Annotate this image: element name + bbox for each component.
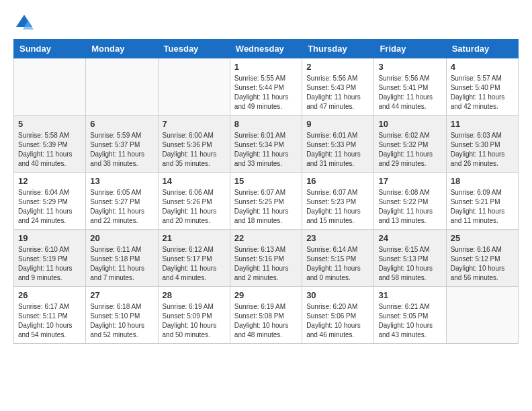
weekday-header-friday: Friday bbox=[374, 40, 446, 58]
page-header bbox=[13, 13, 519, 32]
calendar-day: 23Sunrise: 6:14 AM Sunset: 5:15 PM Dayli… bbox=[302, 230, 374, 287]
day-number: 26 bbox=[18, 290, 81, 300]
calendar-day: 5Sunrise: 5:58 AM Sunset: 5:39 PM Daylig… bbox=[14, 116, 86, 173]
day-number: 27 bbox=[90, 290, 153, 300]
day-number: 17 bbox=[378, 176, 441, 186]
calendar-day: 12Sunrise: 6:04 AM Sunset: 5:29 PM Dayli… bbox=[14, 173, 86, 230]
calendar-day: 29Sunrise: 6:19 AM Sunset: 5:08 PM Dayli… bbox=[230, 287, 302, 344]
calendar-day: 20Sunrise: 6:11 AM Sunset: 5:18 PM Dayli… bbox=[86, 230, 158, 287]
day-number: 2 bbox=[306, 62, 369, 72]
calendar-week-2: 5Sunrise: 5:58 AM Sunset: 5:39 PM Daylig… bbox=[14, 116, 519, 173]
calendar-day: 11Sunrise: 6:03 AM Sunset: 5:30 PM Dayli… bbox=[446, 116, 518, 173]
day-number: 11 bbox=[451, 119, 514, 129]
day-info: Sunrise: 6:12 AM Sunset: 5:17 PM Dayligh… bbox=[163, 245, 226, 283]
day-number: 31 bbox=[378, 290, 441, 300]
logo bbox=[13, 13, 34, 32]
calendar-day: 6Sunrise: 5:59 AM Sunset: 5:37 PM Daylig… bbox=[86, 116, 158, 173]
day-info: Sunrise: 5:56 AM Sunset: 5:41 PM Dayligh… bbox=[378, 74, 441, 111]
calendar-day: 17Sunrise: 6:08 AM Sunset: 5:22 PM Dayli… bbox=[374, 173, 446, 230]
day-number: 16 bbox=[306, 176, 369, 186]
day-number: 13 bbox=[90, 176, 153, 186]
day-info: Sunrise: 6:19 AM Sunset: 5:08 PM Dayligh… bbox=[234, 302, 298, 340]
day-number: 4 bbox=[451, 62, 514, 72]
day-number: 23 bbox=[306, 233, 369, 243]
calendar-day: 10Sunrise: 6:02 AM Sunset: 5:32 PM Dayli… bbox=[374, 116, 446, 173]
calendar-day: 14Sunrise: 6:06 AM Sunset: 5:26 PM Dayli… bbox=[158, 173, 230, 230]
day-number: 12 bbox=[18, 176, 81, 186]
day-info: Sunrise: 6:17 AM Sunset: 5:11 PM Dayligh… bbox=[18, 302, 81, 340]
calendar-day: 9Sunrise: 6:01 AM Sunset: 5:33 PM Daylig… bbox=[302, 116, 374, 173]
day-number: 6 bbox=[90, 119, 153, 129]
day-number: 18 bbox=[451, 176, 514, 186]
day-number: 5 bbox=[18, 119, 81, 129]
calendar-day bbox=[86, 58, 158, 116]
calendar-week-1: 1Sunrise: 5:55 AM Sunset: 5:44 PM Daylig… bbox=[14, 58, 519, 116]
day-info: Sunrise: 6:10 AM Sunset: 5:19 PM Dayligh… bbox=[18, 245, 81, 283]
day-number: 30 bbox=[306, 290, 369, 300]
day-number: 1 bbox=[234, 62, 298, 72]
day-info: Sunrise: 6:13 AM Sunset: 5:16 PM Dayligh… bbox=[234, 245, 298, 283]
weekday-header-monday: Monday bbox=[86, 40, 158, 58]
calendar-week-4: 19Sunrise: 6:10 AM Sunset: 5:19 PM Dayli… bbox=[14, 230, 519, 287]
day-info: Sunrise: 6:02 AM Sunset: 5:32 PM Dayligh… bbox=[378, 131, 441, 169]
calendar-day: 30Sunrise: 6:20 AM Sunset: 5:06 PM Dayli… bbox=[302, 287, 374, 344]
calendar-day: 24Sunrise: 6:15 AM Sunset: 5:13 PM Dayli… bbox=[374, 230, 446, 287]
calendar-day: 2Sunrise: 5:56 AM Sunset: 5:43 PM Daylig… bbox=[302, 58, 374, 116]
day-info: Sunrise: 6:08 AM Sunset: 5:22 PM Dayligh… bbox=[378, 188, 441, 226]
day-info: Sunrise: 6:20 AM Sunset: 5:06 PM Dayligh… bbox=[306, 302, 369, 340]
day-info: Sunrise: 6:01 AM Sunset: 5:33 PM Dayligh… bbox=[306, 131, 369, 169]
day-info: Sunrise: 6:21 AM Sunset: 5:05 PM Dayligh… bbox=[378, 302, 441, 340]
calendar-week-3: 12Sunrise: 6:04 AM Sunset: 5:29 PM Dayli… bbox=[14, 173, 519, 230]
calendar-day bbox=[446, 287, 518, 344]
weekday-header-thursday: Thursday bbox=[302, 40, 374, 58]
day-number: 14 bbox=[163, 176, 226, 186]
day-number: 21 bbox=[163, 233, 226, 243]
day-number: 7 bbox=[163, 119, 226, 129]
calendar-day: 15Sunrise: 6:07 AM Sunset: 5:25 PM Dayli… bbox=[230, 173, 302, 230]
day-info: Sunrise: 6:01 AM Sunset: 5:34 PM Dayligh… bbox=[234, 131, 298, 169]
day-info: Sunrise: 6:18 AM Sunset: 5:10 PM Dayligh… bbox=[90, 302, 153, 340]
weekday-header-saturday: Saturday bbox=[446, 40, 518, 58]
day-number: 9 bbox=[306, 119, 369, 129]
day-number: 29 bbox=[234, 290, 298, 300]
calendar-day: 16Sunrise: 6:07 AM Sunset: 5:23 PM Dayli… bbox=[302, 173, 374, 230]
weekday-header-tuesday: Tuesday bbox=[158, 40, 230, 58]
day-info: Sunrise: 6:04 AM Sunset: 5:29 PM Dayligh… bbox=[18, 188, 81, 226]
calendar-day: 19Sunrise: 6:10 AM Sunset: 5:19 PM Dayli… bbox=[14, 230, 86, 287]
day-info: Sunrise: 6:05 AM Sunset: 5:27 PM Dayligh… bbox=[90, 188, 153, 226]
day-info: Sunrise: 5:56 AM Sunset: 5:43 PM Dayligh… bbox=[306, 74, 369, 111]
day-number: 20 bbox=[90, 233, 153, 243]
weekday-header-wednesday: Wednesday bbox=[230, 40, 302, 58]
calendar-day: 27Sunrise: 6:18 AM Sunset: 5:10 PM Dayli… bbox=[86, 287, 158, 344]
calendar-day: 26Sunrise: 6:17 AM Sunset: 5:11 PM Dayli… bbox=[14, 287, 86, 344]
day-info: Sunrise: 6:07 AM Sunset: 5:23 PM Dayligh… bbox=[306, 188, 369, 226]
day-number: 8 bbox=[234, 119, 298, 129]
calendar-day: 13Sunrise: 6:05 AM Sunset: 5:27 PM Dayli… bbox=[86, 173, 158, 230]
calendar-header-row: SundayMondayTuesdayWednesdayThursdayFrid… bbox=[14, 40, 519, 58]
day-info: Sunrise: 5:57 AM Sunset: 5:40 PM Dayligh… bbox=[451, 74, 514, 111]
calendar-day: 4Sunrise: 5:57 AM Sunset: 5:40 PM Daylig… bbox=[446, 58, 518, 116]
day-number: 22 bbox=[234, 233, 298, 243]
day-info: Sunrise: 6:09 AM Sunset: 5:21 PM Dayligh… bbox=[451, 188, 514, 226]
day-number: 15 bbox=[234, 176, 298, 186]
calendar-day: 7Sunrise: 6:00 AM Sunset: 5:36 PM Daylig… bbox=[158, 116, 230, 173]
calendar-day: 25Sunrise: 6:16 AM Sunset: 5:12 PM Dayli… bbox=[446, 230, 518, 287]
day-info: Sunrise: 5:59 AM Sunset: 5:37 PM Dayligh… bbox=[90, 131, 153, 169]
weekday-header-sunday: Sunday bbox=[14, 40, 86, 58]
day-number: 3 bbox=[378, 62, 441, 72]
day-number: 10 bbox=[378, 119, 441, 129]
day-info: Sunrise: 6:11 AM Sunset: 5:18 PM Dayligh… bbox=[90, 245, 153, 283]
calendar-day: 31Sunrise: 6:21 AM Sunset: 5:05 PM Dayli… bbox=[374, 287, 446, 344]
day-info: Sunrise: 6:14 AM Sunset: 5:15 PM Dayligh… bbox=[306, 245, 369, 283]
day-info: Sunrise: 5:58 AM Sunset: 5:39 PM Dayligh… bbox=[18, 131, 81, 169]
logo-icon bbox=[15, 13, 34, 32]
day-info: Sunrise: 6:19 AM Sunset: 5:09 PM Dayligh… bbox=[163, 302, 226, 340]
calendar-day bbox=[14, 58, 86, 116]
calendar-day: 18Sunrise: 6:09 AM Sunset: 5:21 PM Dayli… bbox=[446, 173, 518, 230]
day-number: 19 bbox=[18, 233, 81, 243]
day-info: Sunrise: 6:07 AM Sunset: 5:25 PM Dayligh… bbox=[234, 188, 298, 226]
calendar-day: 28Sunrise: 6:19 AM Sunset: 5:09 PM Dayli… bbox=[158, 287, 230, 344]
day-number: 25 bbox=[451, 233, 514, 243]
day-info: Sunrise: 6:03 AM Sunset: 5:30 PM Dayligh… bbox=[451, 131, 514, 169]
day-number: 24 bbox=[378, 233, 441, 243]
